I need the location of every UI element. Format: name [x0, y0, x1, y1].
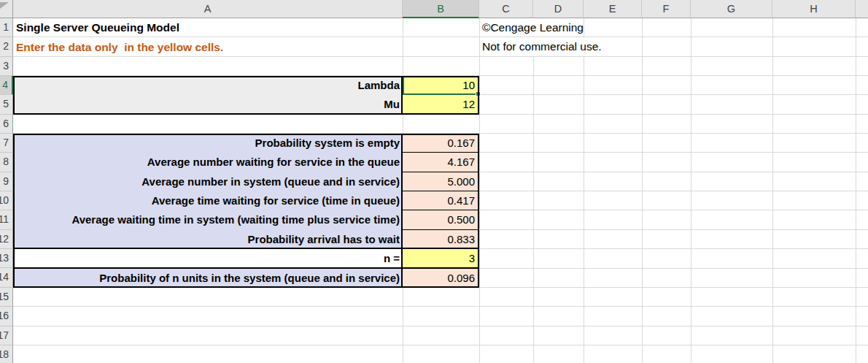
gridline-vertical — [642, 18, 643, 363]
column-header-c[interactable]: C — [479, 0, 533, 18]
row-header-17[interactable]: 17 — [0, 326, 13, 345]
column-header-b[interactable]: B — [403, 0, 479, 18]
cell-b8-result-value[interactable]: 4.167 — [403, 153, 479, 172]
result-row: Average waiting time in system (waiting … — [13, 210, 479, 229]
cell-b11-result-value[interactable]: 0.500 — [403, 210, 479, 229]
result-row: Probability system is empty 0.167 — [13, 134, 479, 153]
select-all-corner[interactable] — [0, 0, 13, 18]
n-input-block: n = 3 — [13, 249, 479, 268]
row-header-3[interactable]: 3 — [0, 57, 13, 76]
row-header-1[interactable]: 1 — [0, 18, 13, 37]
column-header-f[interactable]: F — [642, 0, 691, 18]
row-header-18[interactable]: 18 — [0, 345, 13, 363]
row-header-16[interactable]: 16 — [0, 307, 13, 326]
result-row: Average number in system (queue and in s… — [13, 172, 479, 191]
cell-a1-title[interactable]: Single Server Queueing Model — [13, 18, 403, 37]
column-header-a[interactable]: A — [13, 0, 403, 18]
column-header-e[interactable]: E — [584, 0, 642, 18]
result-row: Probability arrival has to wait 0.833 — [13, 230, 479, 249]
gridline-vertical — [772, 18, 773, 363]
column-header-h[interactable]: H — [772, 0, 856, 18]
spreadsheet-window: A B C D E F G H 1 2 3 4 5 6 7 8 9 10 11 … — [0, 0, 868, 363]
row-header-4[interactable]: 4 — [0, 76, 13, 95]
block-divider-line — [401, 269, 403, 288]
cell-a10-result-label[interactable]: Average time waiting for service (time i… — [13, 191, 403, 210]
cell-b4-lambda-input[interactable]: 10 — [403, 76, 479, 95]
row-headers: 1 2 3 4 5 6 7 8 9 10 11 12 13 14 15 16 1… — [0, 18, 13, 363]
row-header-2[interactable]: 2 — [0, 37, 13, 56]
cell-a4-lambda-label[interactable]: Lambda — [13, 76, 403, 95]
cell-c1-copyright[interactable]: ©Cengage Learning — [480, 18, 584, 37]
cell-b5-mu-input[interactable]: 12 — [403, 95, 479, 114]
column-headers: A B C D E F G H — [13, 0, 868, 18]
row-header-7[interactable]: 7 — [0, 134, 13, 153]
gridline-vertical — [479, 18, 480, 363]
cell-a12-result-label[interactable]: Probability arrival has to wait — [13, 230, 403, 249]
result-row: Average time waiting for service (time i… — [13, 191, 479, 210]
row-header-11[interactable]: 11 — [0, 210, 13, 229]
cell-a9-result-label[interactable]: Average number in system (queue and in s… — [13, 172, 403, 191]
row-header-14[interactable]: 14 — [0, 268, 13, 287]
cell-b9-result-value[interactable]: 5.000 — [403, 172, 479, 191]
cell-b12-result-value[interactable]: 0.833 — [403, 230, 479, 249]
pn-result-block: Probability of n units in the system (qu… — [13, 269, 479, 288]
cell-b7-result-value[interactable]: 0.167 — [403, 134, 479, 153]
results-block: Probability system is empty 0.167 Averag… — [13, 134, 479, 249]
row-header-13[interactable]: 13 — [0, 249, 13, 268]
select-all-triangle-icon — [0, 2, 9, 9]
gridline-vertical — [584, 18, 584, 363]
gridline-vertical — [691, 18, 691, 363]
cell-a8-result-label[interactable]: Average number waiting for service in th… — [13, 153, 403, 172]
cell-a14-result-label[interactable]: Probability of n units in the system (qu… — [13, 269, 403, 288]
column-header-d[interactable]: D — [533, 0, 584, 18]
cell-a13-n-label[interactable]: n = — [13, 249, 403, 268]
column-header-partial[interactable] — [856, 0, 868, 18]
n-row: n = 3 — [13, 249, 479, 268]
row-header-6[interactable]: 6 — [0, 115, 13, 134]
row-header-12[interactable]: 12 — [0, 230, 13, 249]
mu-row: Mu 12 — [13, 95, 479, 114]
lambda-row: Lambda 10 — [13, 76, 479, 95]
sheet-grid[interactable]: Single Server Queueing Model Enter the d… — [13, 18, 868, 363]
cell-a2-instruction[interactable]: Enter the data only in the yellow cells. — [13, 37, 403, 56]
block-divider-line — [401, 76, 403, 115]
input-block: Lambda 10 Mu 12 — [13, 76, 479, 115]
cell-a5-mu-label[interactable]: Mu — [13, 95, 403, 114]
fill-handle[interactable] — [476, 91, 481, 96]
cell-a7-result-label[interactable]: Probability system is empty — [13, 134, 403, 153]
result-row: Average number waiting for service in th… — [13, 153, 479, 172]
result-row: Probability of n units in the system (qu… — [13, 269, 479, 288]
row-header-10[interactable]: 10 — [0, 191, 13, 210]
block-divider-line — [401, 134, 403, 249]
row-header-15[interactable]: 15 — [0, 288, 13, 307]
cell-b13-n-input[interactable]: 3 — [403, 249, 479, 268]
gridline-vertical — [533, 18, 534, 363]
row-header-8[interactable]: 8 — [0, 153, 13, 172]
cell-b10-result-value[interactable]: 0.417 — [403, 191, 479, 210]
cell-a11-result-label[interactable]: Average waiting time in system (waiting … — [13, 210, 403, 229]
row-header-5[interactable]: 5 — [0, 95, 13, 114]
column-header-g[interactable]: G — [691, 0, 772, 18]
block-divider-line — [401, 249, 403, 268]
row-header-9[interactable]: 9 — [0, 172, 13, 191]
cell-c2-copyright[interactable]: Not for commercial use. — [480, 37, 642, 56]
gridline-vertical — [856, 18, 856, 363]
cell-b14-result-value[interactable]: 0.096 — [403, 269, 479, 288]
